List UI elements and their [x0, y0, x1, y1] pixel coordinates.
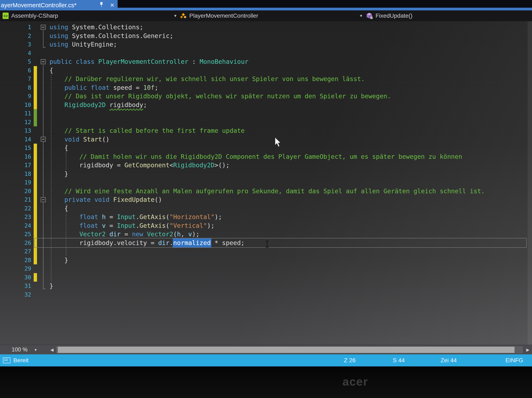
h-scrollbar-track[interactable] [56, 346, 523, 353]
change-tracking-bar [34, 23, 37, 32]
code-line[interactable]: 25Vector2 dir = new Vector2(h, v); [0, 230, 532, 239]
code-line[interactable]: 10Rigidbody2D rigidbody; [0, 101, 532, 109]
code-line[interactable]: 24float v = Input.GetAxis("Vertical"); [0, 221, 532, 230]
code-line[interactable]: 21private void FixedUpdate() [0, 195, 532, 204]
status-icon [3, 357, 10, 363]
code-line[interactable]: 19 [0, 178, 532, 187]
line-number: 14 [0, 135, 31, 144]
code-line[interactable]: 30 [0, 273, 532, 282]
ibeam-cursor-icon: I [264, 239, 270, 250]
scroll-right-icon[interactable]: ▶ [524, 347, 532, 352]
code-editor[interactable]: 1using System.Collections;2using System.… [0, 21, 532, 345]
line-number: 32 [0, 290, 31, 299]
code-line[interactable]: 14void Start() [0, 135, 532, 144]
line-number: 27 [0, 247, 31, 256]
code-text: public float speed = 10f; [50, 83, 158, 92]
change-tracking-bar [34, 178, 37, 187]
close-icon[interactable]: ✕ [107, 2, 118, 8]
status-line[interactable]: Z 26 [344, 354, 355, 366]
code-line[interactable]: 6{ [0, 66, 532, 75]
status-message: Bereit [13, 354, 28, 366]
fold-bracket [43, 30, 45, 48]
project-label: Assembly-CSharp [11, 13, 58, 19]
change-tracking-bar [34, 101, 37, 109]
change-tracking-bar [34, 230, 37, 239]
member-dropdown[interactable]: ▾ FixedUpdate() [360, 10, 412, 21]
change-tracking-bar [34, 221, 37, 230]
document-tab[interactable]: ayerMovementController.cs* ✕ [0, 0, 118, 10]
code-line[interactable]: 2using System.Collections.Generic; [0, 32, 532, 40]
change-tracking-bar [34, 57, 37, 66]
change-tracking-bar [34, 40, 37, 49]
vertical-scrollbar[interactable] [528, 21, 532, 345]
pin-icon[interactable] [96, 2, 107, 9]
code-area: 1using System.Collections;2using System.… [0, 21, 532, 299]
change-tracking-bar [34, 187, 37, 196]
collapse-icon[interactable] [41, 197, 46, 202]
code-line[interactable]: 8public float speed = 10f; [0, 83, 532, 92]
code-line[interactable]: 5public class PlayerMovementController :… [0, 57, 532, 66]
code-line[interactable]: 4 [0, 49, 532, 57]
h-scrollbar-thumb[interactable] [58, 347, 514, 353]
code-line[interactable]: 32 [0, 290, 532, 299]
code-text: void Start() [50, 135, 109, 144]
change-tracking-bar [34, 256, 37, 265]
code-line[interactable]: 23float h = Input.GetAxis("Horizontal"); [0, 213, 532, 221]
change-tracking-bar [34, 75, 37, 83]
line-number: 30 [0, 273, 31, 282]
type-dropdown[interactable]: ▾ PlayerMovementController [174, 10, 258, 21]
change-tracking-bar [34, 247, 37, 256]
code-text: // Damit holen wir uns die Rigidbody2D C… [50, 152, 462, 161]
code-line[interactable]: 1using System.Collections; [0, 23, 532, 32]
code-line[interactable]: 20// Wird eine feste Anzahl an Malen auf… [0, 187, 532, 196]
code-line[interactable]: 28} [0, 256, 532, 265]
code-text: Rigidbody2D rigidbody; [50, 101, 147, 109]
code-line[interactable]: 31} [0, 282, 532, 290]
code-text: { [50, 66, 53, 75]
code-text: float v = Input.GetAxis("Vertical"); [50, 221, 215, 230]
scroll-left-icon[interactable]: ◀ [48, 347, 56, 352]
code-line[interactable]: 9// Das ist unser Rigidbody objekt, welc… [0, 92, 532, 101]
collapse-icon[interactable] [41, 25, 46, 30]
collapse-icon[interactable] [41, 59, 46, 64]
code-line[interactable]: 12 [0, 118, 532, 126]
code-line[interactable]: 16// Damit holen wir uns die Rigidbody2D… [0, 152, 532, 161]
code-line[interactable]: 11 [0, 109, 532, 118]
code-text: } [50, 170, 68, 178]
line-number: 5 [0, 57, 31, 66]
code-line[interactable]: 22{ [0, 204, 532, 213]
code-text: rigidbody = GetComponent<Rigidbody2D>(); [50, 161, 230, 170]
zoom-value: 100 % [12, 347, 28, 353]
code-line[interactable]: 18} [0, 170, 532, 178]
zoom-control[interactable]: 100 % ▾ [0, 347, 48, 353]
change-tracking-bar [34, 170, 37, 178]
change-tracking-bar [34, 152, 37, 161]
squiggle-text: rigidbody [109, 101, 143, 108]
code-text: rigidbody.velocity = dir.normalized * sp… [50, 239, 245, 247]
project-dropdown[interactable]: C# Assembly-CSharp [2, 10, 58, 21]
code-line[interactable]: 7// Darüber regulieren wir, wie schnell … [0, 75, 532, 83]
code-text: public class PlayerMovementController : … [50, 57, 248, 66]
line-number: 20 [0, 187, 31, 196]
code-text: // Start is called before the first fram… [50, 126, 245, 135]
status-character[interactable]: Zei 44 [441, 354, 457, 366]
code-line[interactable]: 17rigidbody = GetComponent<Rigidbody2D>(… [0, 161, 532, 170]
status-insert-mode[interactable]: EINFG [505, 354, 523, 366]
line-number: 9 [0, 92, 31, 101]
code-text: using System.Collections; [50, 23, 143, 32]
status-column[interactable]: S 44 [393, 354, 405, 366]
line-number: 3 [0, 40, 31, 49]
line-number: 6 [0, 66, 31, 75]
line-number: 25 [0, 230, 31, 239]
line-number: 29 [0, 264, 31, 273]
code-line[interactable]: 15{ [0, 144, 532, 152]
csharp-project-icon: C# [2, 13, 9, 19]
fold-margin [37, 197, 50, 202]
fold-margin [37, 137, 50, 142]
line-number: 31 [0, 282, 31, 290]
code-line[interactable]: 29 [0, 264, 532, 273]
collapse-icon[interactable] [41, 137, 46, 142]
code-line[interactable]: 3using UnityEngine; [0, 40, 532, 49]
code-line[interactable]: 13// Start is called before the first fr… [0, 126, 532, 135]
change-tracking-bar [34, 282, 37, 290]
